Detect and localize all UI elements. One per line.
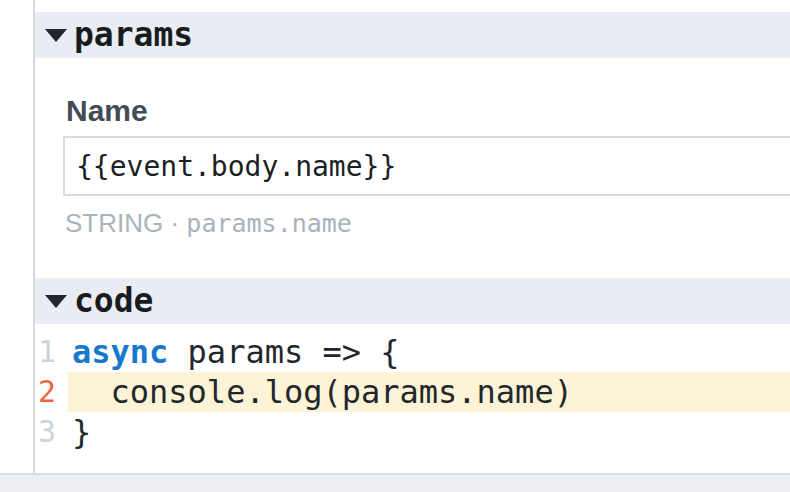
code-line-active[interactable]: 2 console.log(params.name) (35, 372, 790, 412)
section-header-params[interactable]: params (35, 12, 790, 58)
field-meta: STRING · params.name (65, 207, 352, 240)
keyword-token: async (72, 333, 168, 371)
code-section-label: code (74, 278, 153, 324)
params-section-label: params (74, 12, 193, 58)
field-meta-separator: · (163, 208, 186, 238)
collapse-triangle-icon (45, 295, 67, 308)
name-field-input[interactable] (63, 136, 790, 196)
line-number: 1 (35, 332, 68, 372)
code-line[interactable]: 1 async params => { (35, 332, 790, 372)
line-number: 2 (35, 372, 68, 412)
field-type-badge: STRING (65, 208, 163, 238)
code-line-text: console.log(params.name) (68, 372, 790, 412)
collapse-triangle-icon (45, 29, 67, 42)
code-editor[interactable]: 1 async params => { 2 console.log(params… (35, 324, 790, 452)
code-line[interactable]: 3 } (35, 412, 790, 452)
line-number: 3 (35, 412, 68, 452)
code-line-text: async params => { (68, 332, 790, 372)
panel-footer (0, 473, 790, 492)
plain-token: params => { (168, 333, 399, 371)
section-header-code[interactable]: code (35, 278, 790, 324)
field-path: params.name (186, 209, 352, 238)
code-line-text: } (68, 412, 790, 452)
step-config-panel: params Name STRING · params.name code 1 … (0, 0, 790, 492)
field-label-name: Name (66, 95, 148, 127)
